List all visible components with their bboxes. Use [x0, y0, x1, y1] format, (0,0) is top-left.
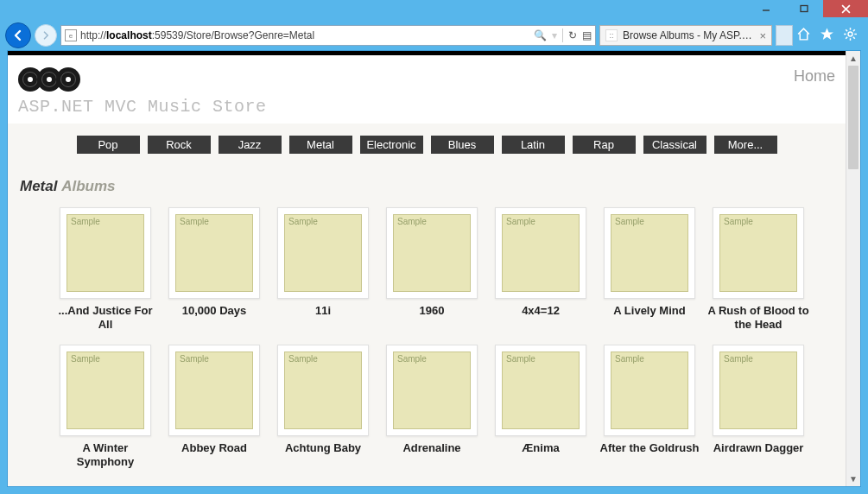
album-title: A Winter Symphony: [54, 441, 157, 468]
album-cover-frame: Sample: [604, 207, 695, 299]
compat-icon[interactable]: ▤: [582, 29, 592, 41]
album-item[interactable]: SampleA Rush of Blood to the Head: [704, 207, 813, 331]
sample-watermark: Sample: [180, 217, 209, 226]
album-item[interactable]: SampleAbbey Road: [160, 345, 269, 468]
sample-watermark: Sample: [288, 217, 318, 226]
album-title: A Lively Mind: [613, 304, 685, 318]
site-header: Home ASP.NET MVC Music Store: [8, 55, 846, 124]
browser-toolbar: e http://localhost:59539/Store/Browse?Ge…: [0, 21, 868, 50]
album-title: A Rush of Blood to the Head: [706, 304, 810, 331]
album-title: Adrenaline: [402, 441, 460, 455]
section-heading: Metal Albums: [8, 162, 846, 200]
album-title: 11i: [315, 304, 331, 318]
tab-close-icon[interactable]: ×: [759, 29, 766, 42]
site-title: ASP.NET MVC Music Store: [18, 97, 835, 117]
album-cover: Sample: [175, 214, 253, 292]
album-title: 1960: [420, 304, 445, 318]
page-favicon: e: [65, 29, 77, 41]
sample-watermark: Sample: [615, 354, 644, 364]
genre-link-rap[interactable]: Rap: [573, 136, 636, 154]
window-maximize-button[interactable]: [785, 0, 823, 17]
album-item[interactable]: Sample10,000 Days: [160, 207, 269, 331]
section-label: Albums: [61, 178, 115, 194]
album-cover: Sample: [611, 352, 688, 429]
album-title: 10,000 Days: [182, 304, 246, 318]
album-title: Ænima: [522, 441, 559, 455]
window-titlebar: [0, 0, 868, 21]
new-tab-button[interactable]: [776, 25, 793, 46]
genre-link-pop[interactable]: Pop: [77, 136, 140, 154]
album-cover-frame: Sample: [386, 207, 478, 299]
window-minimize-button[interactable]: [747, 0, 785, 17]
svg-line-11: [846, 37, 847, 39]
album-item[interactable]: Sample11i: [269, 207, 377, 331]
album-item[interactable]: Sample1960: [377, 207, 486, 331]
album-cover-frame: Sample: [713, 345, 804, 436]
genre-link-blues[interactable]: Blues: [431, 136, 494, 154]
album-title: After the Goldrush: [600, 441, 700, 455]
vertical-scrollbar[interactable]: ▲ ▼: [846, 51, 860, 486]
album-cover: Sample: [175, 352, 253, 429]
genre-link-jazz[interactable]: Jazz: [219, 136, 282, 154]
tab-title: Browse Albums - My ASP.N...: [623, 29, 754, 41]
site-logo[interactable]: [18, 67, 75, 92]
album-title: Abbey Road: [181, 441, 247, 455]
address-bar[interactable]: e http://localhost:59539/Store/Browse?Ge…: [60, 25, 596, 46]
album-cover: Sample: [611, 214, 688, 292]
album-item[interactable]: SampleA Lively Mind: [595, 207, 704, 331]
browser-tab[interactable]: :: Browse Albums - My ASP.N... ×: [599, 25, 772, 46]
sample-watermark: Sample: [724, 354, 753, 364]
home-icon[interactable]: [796, 27, 811, 44]
genre-link-classical[interactable]: Classical: [643, 136, 706, 154]
genre-link-rock[interactable]: Rock: [148, 136, 211, 154]
album-cover-frame: Sample: [277, 207, 369, 299]
search-icon[interactable]: 🔍: [534, 29, 547, 41]
window-close-button[interactable]: [823, 0, 868, 17]
nav-home-link[interactable]: Home: [794, 67, 835, 86]
svg-rect-1: [801, 6, 808, 12]
album-item[interactable]: Sample4x4=12: [486, 207, 595, 331]
settings-icon[interactable]: [843, 27, 858, 44]
scroll-down-arrow[interactable]: ▼: [846, 472, 860, 486]
back-button[interactable]: [5, 22, 31, 48]
url-text: http://localhost:59539/Store/Browse?Genr…: [80, 29, 530, 41]
genre-link-electronic[interactable]: Electronic: [360, 136, 423, 154]
album-title: Achtung Baby: [285, 441, 361, 455]
album-cover: Sample: [502, 214, 580, 292]
sample-watermark: Sample: [506, 217, 535, 226]
album-cover-frame: Sample: [386, 345, 478, 436]
sample-watermark: Sample: [180, 354, 209, 364]
album-cover-frame: Sample: [713, 207, 804, 299]
refresh-icon[interactable]: ↻: [568, 29, 577, 41]
album-cover-frame: Sample: [495, 207, 586, 299]
album-item[interactable]: SampleAdrenaline: [377, 345, 486, 468]
album-item[interactable]: SampleA Winter Symphony: [51, 345, 160, 468]
album-item[interactable]: SampleAchtung Baby: [269, 345, 377, 468]
album-cover: Sample: [284, 214, 362, 292]
forward-button[interactable]: [35, 24, 57, 47]
genre-link-latin[interactable]: Latin: [502, 136, 565, 154]
genre-link-metal[interactable]: Metal: [289, 136, 352, 154]
album-cover-frame: Sample: [60, 345, 151, 436]
album-cover-frame: Sample: [277, 345, 369, 436]
album-item[interactable]: SampleAfter the Goldrush: [595, 345, 704, 468]
scroll-up-arrow[interactable]: ▲: [846, 51, 860, 66]
album-cover: Sample: [502, 352, 580, 429]
album-cover-frame: Sample: [604, 345, 695, 436]
album-title: Airdrawn Dagger: [713, 441, 804, 455]
svg-line-9: [846, 29, 847, 31]
svg-line-10: [853, 37, 855, 39]
disc-icon: [56, 67, 80, 92]
album-title: ...And Justice For All: [54, 304, 157, 331]
scroll-track[interactable]: [846, 66, 860, 472]
sample-watermark: Sample: [615, 217, 644, 226]
album-cover-frame: Sample: [168, 207, 260, 299]
album-item[interactable]: Sample...And Justice For All: [51, 207, 160, 331]
album-item[interactable]: SampleAirdrawn Dagger: [704, 345, 813, 468]
favorites-icon[interactable]: [820, 27, 834, 44]
scroll-thumb[interactable]: [848, 66, 858, 169]
sample-watermark: Sample: [397, 354, 427, 364]
album-item[interactable]: SampleÆnima: [486, 345, 595, 468]
genre-link-more[interactable]: More...: [714, 136, 777, 154]
album-cover-frame: Sample: [495, 345, 586, 436]
